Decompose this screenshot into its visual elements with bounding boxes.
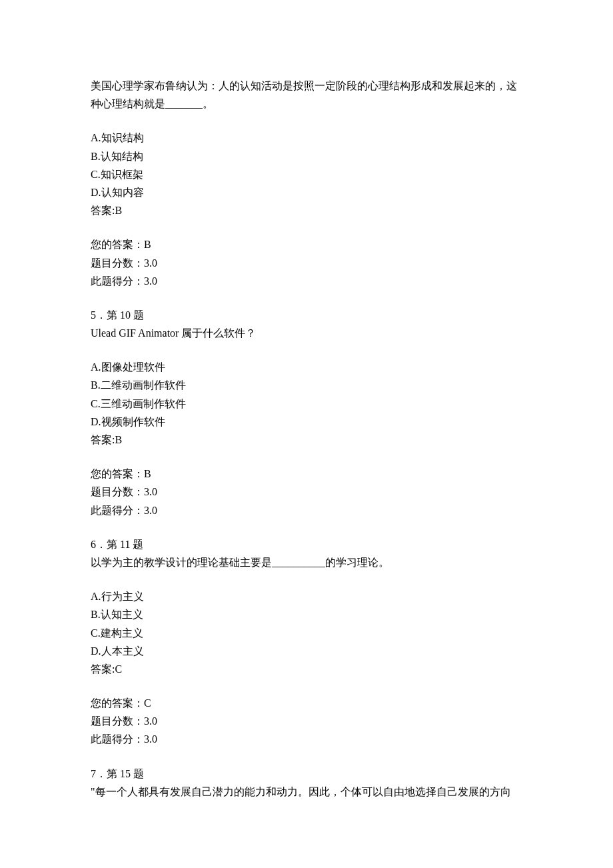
spacer xyxy=(91,678,526,694)
option-d: D.视频制作软件 xyxy=(91,413,526,431)
option-a: A.图像处理软件 xyxy=(91,358,526,376)
option-b: B.二维动画制作软件 xyxy=(91,376,526,394)
question-stem: "每一个人都具有发展自己潜力的能力和动力。因此，个体可以自由地选择自己发展的方向 xyxy=(91,783,526,801)
answer-key: 答案:C xyxy=(91,660,526,678)
spacer xyxy=(91,749,526,765)
answer-key: 答案:B xyxy=(91,431,526,449)
question-header: 6．第 11 题 xyxy=(91,535,526,553)
question-stem: 以学为主的教学设计的理论基础主要是__________的学习理论。 xyxy=(91,553,526,571)
score-earned: 此题得分：3.0 xyxy=(91,730,526,748)
score-earned: 此题得分：3.0 xyxy=(91,272,526,290)
answer-key: 答案:B xyxy=(91,201,526,219)
option-a: A.知识结构 xyxy=(91,129,526,147)
option-d: D.人本主义 xyxy=(91,642,526,660)
question-header: 7．第 15 题 xyxy=(91,765,526,783)
option-c: C.三维动画制作软件 xyxy=(91,395,526,413)
spacer xyxy=(91,219,526,235)
question-stem: Ulead GIF Animator 属于什么软件？ xyxy=(91,324,526,342)
spacer xyxy=(91,113,526,129)
question-header: 5．第 10 题 xyxy=(91,306,526,324)
option-c: C.建构主义 xyxy=(91,624,526,642)
score-total: 题目分数：3.0 xyxy=(91,483,526,501)
spacer xyxy=(91,519,526,535)
question-stem: 美国心理学家布鲁纳认为：人的认知活动是按照一定阶段的心理结构形成和发展起来的，这… xyxy=(91,77,526,113)
spacer xyxy=(91,571,526,587)
option-d: D.认知内容 xyxy=(91,183,526,201)
score-total: 题目分数：3.0 xyxy=(91,254,526,272)
your-answer: 您的答案：B xyxy=(91,465,526,483)
score-earned: 此题得分：3.0 xyxy=(91,501,526,519)
spacer xyxy=(91,290,526,306)
spacer xyxy=(91,449,526,465)
spacer xyxy=(91,342,526,358)
score-total: 题目分数：3.0 xyxy=(91,712,526,730)
your-answer: 您的答案：B xyxy=(91,235,526,253)
option-a: A.行为主义 xyxy=(91,587,526,605)
your-answer: 您的答案：C xyxy=(91,694,526,712)
option-b: B.认知结构 xyxy=(91,147,526,165)
option-b: B.认知主义 xyxy=(91,605,526,623)
option-c: C.知识框架 xyxy=(91,165,526,183)
